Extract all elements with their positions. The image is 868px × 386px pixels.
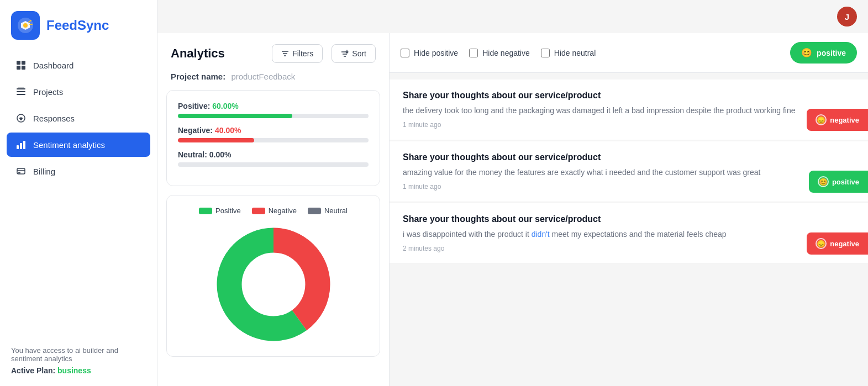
neutral-value: 0.00% xyxy=(209,150,232,159)
main-content: J Analytics Filters Sort xyxy=(157,0,868,386)
response-time-3: 2 minutes ago xyxy=(403,245,855,252)
svg-rect-9 xyxy=(18,87,24,89)
svg-rect-4 xyxy=(17,66,20,70)
top-bar: J xyxy=(157,0,868,33)
neutral-stat: Neutral: 0.00% xyxy=(178,150,369,167)
user-avatar[interactable]: J xyxy=(837,7,857,27)
response-time-2: 1 minute ago xyxy=(403,183,855,191)
filter-bar: Hide positive Hide negative Hide neutral… xyxy=(390,33,868,73)
legend-dot-neutral xyxy=(308,208,321,214)
hide-neutral-checkbox[interactable]: Hide neutral xyxy=(541,49,596,57)
neutral-progress-bg xyxy=(178,162,369,167)
project-label: Project name: xyxy=(171,72,225,81)
svg-rect-11 xyxy=(17,145,19,149)
positive-value: 60.00% xyxy=(212,102,238,110)
sidebar-item-dashboard[interactable]: Dashboard xyxy=(7,53,150,77)
svg-rect-7 xyxy=(17,91,25,92)
right-panel: Hide positive Hide negative Hide neutral… xyxy=(390,33,868,386)
sidebar-item-billing[interactable]: Billing xyxy=(7,159,150,183)
logo-area: FeedSync xyxy=(0,0,157,53)
response-card-2: Share your thoughts about our service/pr… xyxy=(390,141,868,202)
svg-point-1 xyxy=(23,23,28,28)
sidebar: FeedSync Dashboard xyxy=(0,0,157,386)
positive-filter-button[interactable]: 😊 positive xyxy=(790,42,857,64)
svg-point-19 xyxy=(243,254,304,315)
billing-icon xyxy=(15,166,27,177)
positive-progress-bg xyxy=(178,114,369,118)
projects-icon xyxy=(15,86,27,97)
response-card-3: Share your thoughts about our service/pr… xyxy=(390,203,868,264)
response-text-1: the delivery took too long and the packa… xyxy=(403,105,855,117)
legend-negative: Negative xyxy=(252,207,297,215)
billing-label: Billing xyxy=(33,167,55,176)
dashboard-label: Dashboard xyxy=(33,61,73,70)
sidebar-footer: You have access to ai builder and sentim… xyxy=(0,335,157,386)
responses-list: Share your thoughts about our service/pr… xyxy=(390,73,868,386)
hide-negative-input[interactable] xyxy=(469,49,478,57)
sentiment-icon xyxy=(15,139,27,150)
response-text-3: i was disappointed with the product it d… xyxy=(403,229,855,240)
plan-name: business xyxy=(57,366,91,375)
hide-negative-checkbox[interactable]: Hide negative xyxy=(469,49,530,57)
legend-dot-positive xyxy=(199,208,212,214)
legend-dot-negative xyxy=(252,208,265,214)
hide-positive-input[interactable] xyxy=(401,49,409,57)
response-time-1: 1 minute ago xyxy=(403,121,855,129)
positive-smiley-2: 😊 xyxy=(818,176,829,187)
hide-positive-checkbox[interactable]: Hide positive xyxy=(401,49,458,57)
analytics-area: Analytics Filters Sort Project name: xyxy=(157,33,868,386)
legend-neutral: Neutral xyxy=(308,207,348,215)
svg-rect-8 xyxy=(17,94,25,95)
sidebar-item-sentiment[interactable]: Sentiment analytics xyxy=(7,133,150,157)
sort-button[interactable]: Sort xyxy=(332,44,376,63)
sentiment-badge-1: 😞 negative xyxy=(807,109,868,131)
projects-label: Projects xyxy=(33,87,63,97)
active-plan: Active Plan: business xyxy=(11,366,146,375)
hide-neutral-input[interactable] xyxy=(541,49,550,57)
dashboard-icon xyxy=(15,60,27,71)
sentiment-label: Sentiment analytics xyxy=(33,140,105,150)
responses-icon xyxy=(15,113,27,124)
chart-legend: Positive Negative Neutral xyxy=(199,207,348,215)
positive-progress-fill xyxy=(178,114,292,118)
project-value: productFeedback xyxy=(231,72,295,81)
sentiment-badge-3: 😞 negative xyxy=(807,232,868,255)
positive-stat: Positive: 60.00% xyxy=(178,102,369,118)
negative-progress-fill xyxy=(178,138,254,142)
filters-button[interactable]: Filters xyxy=(272,44,323,63)
highlight-didnt: didn't xyxy=(532,230,550,239)
negative-smiley-3: 😞 xyxy=(816,238,827,249)
legend-positive: Positive xyxy=(199,207,241,215)
sidebar-item-responses[interactable]: Responses xyxy=(7,106,150,130)
response-text-2: amazing value for the money the features… xyxy=(403,167,855,178)
svg-rect-12 xyxy=(20,143,22,149)
smiley-positive: 😊 xyxy=(801,47,812,58)
page-title: Analytics xyxy=(171,46,263,61)
project-name-row: Project name: productFeedback xyxy=(157,72,389,90)
footer-text: You have access to ai builder and sentim… xyxy=(11,346,118,363)
app-name: FeedSync xyxy=(46,18,109,33)
sidebar-nav: Dashboard Projects Responses xyxy=(0,53,157,183)
negative-progress-bg xyxy=(178,138,369,142)
negative-stat: Negative: 40.00% xyxy=(178,126,369,142)
response-title-1: Share your thoughts about our service/pr… xyxy=(403,91,855,101)
analytics-header: Analytics Filters Sort xyxy=(157,33,389,72)
donut-chart xyxy=(213,224,334,345)
stats-card: Positive: 60.00% Negative: 40.00% xyxy=(166,90,380,186)
response-title-2: Share your thoughts about our service/pr… xyxy=(403,152,855,162)
left-panel: Analytics Filters Sort Project name: xyxy=(157,33,390,386)
sentiment-badge-2: 😊 positive xyxy=(809,171,868,193)
svg-rect-15 xyxy=(18,172,20,173)
response-card-1: Share your thoughts about our service/pr… xyxy=(390,80,868,140)
logo-icon xyxy=(11,11,40,40)
sidebar-item-projects[interactable]: Projects xyxy=(7,80,150,104)
svg-rect-5 xyxy=(22,66,25,70)
negative-smiley-1: 😞 xyxy=(816,114,827,125)
svg-rect-3 xyxy=(22,61,25,65)
chart-card: Positive Negative Neutral xyxy=(166,195,380,357)
negative-value: 40.00% xyxy=(215,126,241,135)
svg-rect-13 xyxy=(23,141,25,149)
responses-label: Responses xyxy=(33,114,75,123)
response-title-3: Share your thoughts about our service/pr… xyxy=(403,214,855,224)
svg-rect-2 xyxy=(17,61,20,65)
